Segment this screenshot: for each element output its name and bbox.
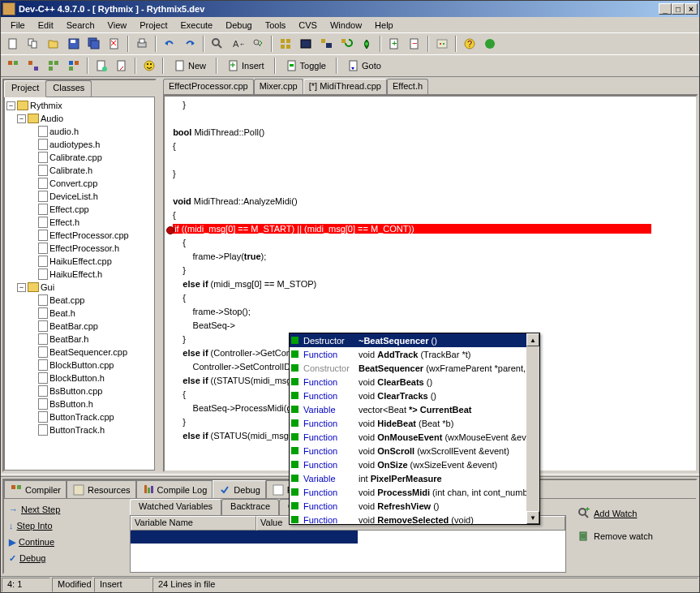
debug-debug[interactable]: ✓Debug: [7, 551, 127, 565]
new-project-icon[interactable]: [24, 35, 42, 53]
find-icon[interactable]: [208, 35, 226, 53]
tb-class-1-icon[interactable]: [4, 57, 22, 75]
editor-tab[interactable]: [*] MidiThread.cpp: [303, 79, 387, 94]
tree-file[interactable]: audiotypes.h: [6, 138, 152, 151]
remove-watch-button[interactable]: Remove watch: [573, 528, 689, 544]
autocomplete-item[interactable]: Functionvoid AddTrack (TrackBar *t): [290, 347, 539, 361]
code-line[interactable]: void MidiThread::AnalyzeMidi(): [168, 196, 693, 210]
tree-file[interactable]: Calibrate.cpp: [6, 151, 152, 164]
run-icon[interactable]: [297, 35, 315, 53]
goto-button[interactable]: Goto: [341, 57, 387, 75]
debug-icon[interactable]: [358, 35, 376, 53]
print-icon[interactable]: [133, 35, 151, 53]
smiley-icon[interactable]: [140, 57, 158, 75]
options-icon[interactable]: [433, 35, 451, 53]
tb-goto-line-icon[interactable]: [113, 57, 131, 75]
code-line[interactable]: [168, 155, 693, 169]
code-line[interactable]: }: [168, 100, 693, 114]
autocomplete-item[interactable]: Functionvoid ClearBeats (): [290, 375, 539, 389]
editor-tab[interactable]: EffectProcessor.cpp: [163, 79, 254, 94]
help-icon[interactable]: ?: [461, 35, 479, 53]
tree-file[interactable]: BeatBar.h: [6, 333, 152, 346]
autocomplete-popup[interactable]: Destructor~BeatSequencer ()Functionvoid …: [289, 333, 540, 525]
tree-file[interactable]: BeatBar.cpp: [6, 320, 152, 333]
toggle-button[interactable]: Toggle: [280, 57, 332, 75]
tb-class-3-icon[interactable]: [45, 57, 62, 75]
project-tab-classes[interactable]: Classes: [45, 80, 92, 97]
undo-icon[interactable]: [161, 35, 178, 53]
debug-next-step[interactable]: →Next Step: [7, 502, 127, 517]
debug-step-into[interactable]: ↓Step Into: [7, 518, 127, 533]
output-tab-compiler[interactable]: Compiler: [4, 480, 67, 498]
menu-project[interactable]: Project: [133, 19, 174, 31]
code-line[interactable]: frame->Play(true);: [168, 251, 693, 265]
add-watch-button[interactable]: +Add Watch: [573, 505, 689, 522]
new-button[interactable]: New: [168, 57, 212, 75]
tree-file[interactable]: HaikuEffect.h: [6, 268, 152, 281]
menu-execute[interactable]: Execute: [174, 19, 219, 31]
autocomplete-item[interactable]: Functionvoid RefreshView (): [290, 499, 539, 513]
watch-tab-watched-variables[interactable]: Watched Variables: [130, 499, 221, 515]
output-tab-compile-log[interactable]: Compile Log: [136, 480, 213, 498]
watch-tab-backtrace[interactable]: Backtrace: [221, 499, 279, 515]
code-line[interactable]: }: [168, 265, 693, 279]
autocomplete-scrollbar[interactable]: ▲ ▼: [526, 333, 539, 524]
code-line[interactable]: [168, 114, 693, 127]
insert-button[interactable]: Insert: [221, 57, 270, 75]
code-line[interactable]: if ((midi_msg[0] == M_START) || (midi_ms…: [168, 224, 693, 238]
about-icon[interactable]: [481, 35, 499, 53]
tree-root[interactable]: −Rythmix: [6, 99, 152, 112]
autocomplete-item[interactable]: Functionvoid ClearTracks (): [290, 389, 539, 402]
menu-help[interactable]: Help: [368, 19, 400, 31]
scroll-down-icon[interactable]: ▼: [526, 511, 539, 524]
tree-file[interactable]: DeviceList.h: [6, 190, 152, 203]
project-new-icon[interactable]: +: [385, 35, 403, 53]
redo-icon[interactable]: [181, 35, 199, 53]
tree-file[interactable]: EffectProcessor.h: [6, 242, 152, 255]
compile-icon[interactable]: [277, 35, 294, 53]
autocomplete-item[interactable]: Variablevector<Beat *> CurrentBeat: [290, 402, 539, 416]
close-button[interactable]: ×: [685, 3, 698, 15]
menu-view[interactable]: View: [101, 19, 134, 31]
save-all-icon[interactable]: [85, 35, 103, 53]
tree-file[interactable]: ButtonTrack.cpp: [6, 410, 152, 423]
code-line[interactable]: frame->Stop();: [168, 307, 693, 320]
editor-tab[interactable]: Mixer.cpp: [254, 79, 303, 94]
tb-class-2-icon[interactable]: [24, 57, 42, 75]
code-line[interactable]: {: [168, 293, 693, 307]
splitter-vertical[interactable]: [158, 77, 161, 474]
tree-folder-gui[interactable]: −Gui: [6, 281, 152, 294]
code-line[interactable]: bool MidiThread::Poll(): [168, 127, 693, 141]
breakpoint-marker-icon[interactable]: [166, 226, 174, 234]
maximize-button[interactable]: □: [672, 3, 685, 15]
tree-file[interactable]: Convert.cpp: [6, 177, 152, 190]
code-line[interactable]: {: [168, 210, 693, 224]
autocomplete-item[interactable]: Functionvoid ProcessMidi (int chan, int …: [290, 485, 539, 499]
tree-file[interactable]: BsButton.h: [6, 397, 152, 410]
tree-file[interactable]: ButtonTrack.h: [6, 423, 152, 436]
save-icon[interactable]: [65, 35, 83, 53]
tree-file[interactable]: Beat.cpp: [6, 294, 152, 307]
project-tab-project[interactable]: Project: [4, 80, 46, 97]
tree-file[interactable]: BeatSequencer.cpp: [6, 346, 152, 359]
menu-debug[interactable]: Debug: [219, 19, 258, 31]
menu-edit[interactable]: Edit: [32, 19, 60, 31]
menu-cvs[interactable]: CVS: [292, 19, 324, 31]
tree-toggle-icon[interactable]: −: [6, 101, 15, 110]
compile-run-icon[interactable]: [317, 35, 335, 53]
project-tree[interactable]: −Rythmix−Audioaudio.haudiotypes.hCalibra…: [4, 97, 155, 471]
tb-class-4-icon[interactable]: [65, 57, 83, 75]
open-icon[interactable]: [45, 35, 62, 53]
find-next-icon[interactable]: [249, 35, 267, 53]
tree-file[interactable]: EffectProcessor.cpp: [6, 229, 152, 242]
scroll-up-icon[interactable]: ▲: [526, 333, 539, 346]
autocomplete-item[interactable]: ConstructorBeatSequencer (wxFrameParent …: [290, 361, 539, 375]
tree-file[interactable]: HaikuEffect.cpp: [6, 255, 152, 268]
output-tab-resources[interactable]: Resources: [67, 480, 136, 498]
watch-row-selected[interactable]: [131, 531, 358, 544]
code-line[interactable]: {: [168, 238, 693, 251]
tree-file[interactable]: BsButton.cpp: [6, 385, 152, 397]
menu-file[interactable]: File: [4, 19, 32, 31]
project-remove-icon[interactable]: −: [406, 35, 423, 53]
autocomplete-item[interactable]: Functionvoid HideBeat (Beat *b): [290, 416, 539, 430]
